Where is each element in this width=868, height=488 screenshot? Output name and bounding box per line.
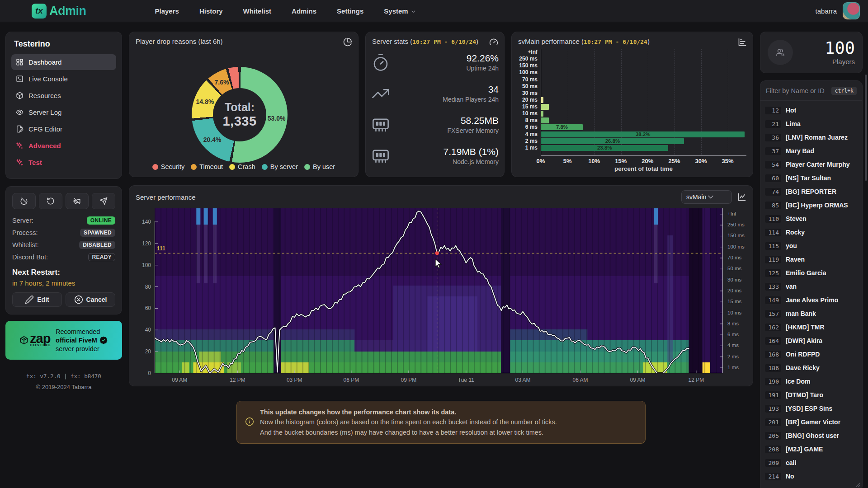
- time-axis-tick: 09 PM: [401, 377, 417, 383]
- avatar[interactable]: [843, 2, 860, 19]
- sidebar-item-test[interactable]: Test: [11, 155, 116, 170]
- zap-hosting-banner[interactable]: zap HOSTING Recommended official FiveM s…: [5, 321, 122, 360]
- stat-value: 58.25MB: [447, 115, 499, 126]
- dashboard-icon: [16, 58, 24, 66]
- player-row[interactable]: 205[BNG] Ghost user: [760, 429, 862, 442]
- page-scrollbar[interactable]: [865, 75, 867, 181]
- nav-item-players[interactable]: Players: [155, 7, 179, 15]
- sidebar-item-cfg-editor[interactable]: CFG Editor: [11, 121, 116, 137]
- nav-item-whitelist[interactable]: Whitelist: [243, 7, 272, 15]
- status-row: Discord Bot:READY: [12, 253, 115, 261]
- bucket-axis-tick: 15 ms: [727, 299, 741, 304]
- player-row[interactable]: 193[YSD] ESP Sins: [760, 402, 862, 415]
- performance-plot[interactable]: 0204060801001201401111 ms2 ms4 ms6 ms8 m…: [155, 208, 723, 373]
- copyright-label: © 2019-2024 Tabarra: [5, 382, 122, 392]
- edit-restart-button[interactable]: Edit: [12, 292, 62, 307]
- player-row[interactable]: 209cali: [760, 456, 862, 469]
- player-row[interactable]: 191[DTMD] Taro: [760, 388, 862, 402]
- player-row[interactable]: 110Steven: [760, 212, 862, 225]
- histogram-bar: [541, 111, 543, 117]
- gauge-icon: [489, 38, 498, 47]
- player-row[interactable]: 21Lima: [760, 117, 862, 131]
- player-row[interactable]: 149Jane Alves Primo: [760, 293, 862, 307]
- resize-handle-icon[interactable]: [855, 481, 860, 488]
- player-row[interactable]: 74[BG] REPORTER: [760, 185, 862, 198]
- player-name: Ice Dom: [786, 378, 810, 385]
- send-message-button[interactable]: [92, 193, 115, 209]
- thread-select[interactable]: svMain: [681, 190, 732, 204]
- stat-label: Uptime 24h: [466, 65, 499, 72]
- sidebar-item-live-console[interactable]: Live Console: [11, 71, 116, 87]
- txadmin-logo[interactable]: tx Admin: [32, 4, 86, 19]
- stats-title: Server stats (: [372, 38, 412, 45]
- bucket-axis-tick: 150 ms: [727, 233, 745, 238]
- line-chart-icon: [737, 192, 746, 202]
- player-name: [M2J] GAME: [786, 446, 823, 453]
- players-panel: 100 Players ctrl+k 12Hot21Lima36[LNV] Ro…: [760, 32, 863, 488]
- player-row[interactable]: 164[DWR] Akira: [760, 334, 862, 347]
- player-row[interactable]: 115you: [760, 239, 862, 253]
- player-row[interactable]: 168Oni RDFPD: [760, 347, 862, 361]
- player-row[interactable]: 125Emilio Garcia: [760, 266, 862, 280]
- username-label[interactable]: tabarra: [815, 7, 837, 15]
- player-row[interactable]: 214No: [760, 469, 862, 483]
- players-count-card: 100 Players: [760, 32, 863, 73]
- player-row[interactable]: 190Ice Dom: [760, 375, 862, 388]
- nav-item-settings[interactable]: Settings: [337, 7, 363, 15]
- legend-item: By server: [262, 163, 298, 170]
- player-row[interactable]: 162[HKMD] TMR: [760, 320, 862, 334]
- zap-line1: Recommended: [56, 328, 108, 336]
- player-id: 21: [765, 120, 781, 128]
- nav-item-admins[interactable]: Admins: [292, 7, 316, 15]
- badge-check-icon: [99, 336, 108, 345]
- player-filter-input[interactable]: [766, 87, 828, 94]
- player-row[interactable]: 12Hot: [760, 103, 862, 117]
- restart-server-button[interactable]: [39, 193, 62, 209]
- player-row[interactable]: 157man Bank: [760, 307, 862, 320]
- player-row[interactable]: 60[NS] Tar Sultan: [760, 171, 862, 185]
- bucket-axis-tick: 1 ms: [727, 365, 739, 370]
- sidebar-item-dashboard[interactable]: Dashboard: [11, 54, 116, 70]
- player-id: 119: [765, 256, 781, 263]
- player-row[interactable]: 133van: [760, 280, 862, 293]
- donut-legend: SecurityTimeoutCrashBy serverBy user: [129, 163, 358, 177]
- time-axis-tick: 06 AM: [572, 377, 588, 383]
- histogram-bar: 23.8%: [541, 145, 668, 151]
- nav-item-system[interactable]: System: [384, 7, 416, 15]
- stop-server-button[interactable]: [12, 193, 36, 209]
- sidebar-item-advanced[interactable]: Advanced: [11, 138, 116, 154]
- announce-button[interactable]: [66, 193, 89, 209]
- histogram-x-label: percent of total time: [512, 164, 753, 177]
- cancel-restart-button[interactable]: Cancel: [66, 292, 115, 307]
- player-id: 164: [765, 337, 781, 345]
- sidebar-item-resources[interactable]: Resources: [11, 88, 116, 103]
- bar-chart-icon: [738, 38, 747, 47]
- bucket-axis-tick: 6 ms: [727, 332, 739, 337]
- players-count: 100: [825, 40, 855, 56]
- player-row[interactable]: 201[BR] Gamer Victor: [760, 415, 862, 429]
- player-row[interactable]: 208[M2J] GAME: [760, 442, 862, 456]
- player-name: Dave Ricky: [786, 364, 820, 371]
- update-note-line2: Now the histogram (colors) are based on …: [260, 418, 557, 426]
- player-row[interactable]: 54Player Carter Murphy: [760, 158, 862, 171]
- y-axis-tick: 40: [133, 327, 151, 333]
- player-row[interactable]: 186Dave Ricky: [760, 361, 862, 375]
- histogram-bar: [541, 117, 549, 123]
- sidebar-item-server-log[interactable]: Server Log: [11, 104, 116, 120]
- status-row: Process:SPAWNED: [12, 229, 115, 237]
- sidebar: Testerino DashboardLive ConsoleResources…: [5, 32, 122, 392]
- player-name: Player Carter Murphy: [786, 161, 850, 168]
- histogram-bar: 26.8%: [541, 138, 684, 144]
- restart-icon: [47, 197, 55, 205]
- histogram-x-axis: 0%5%10%15%20%25%30%35%: [541, 155, 746, 164]
- player-row[interactable]: 85[BC] Hyperp ORMAS: [760, 198, 862, 212]
- nav-item-history[interactable]: History: [199, 7, 223, 15]
- player-row[interactable]: 36[LNV] Roman Juarez: [760, 131, 862, 144]
- server-status-card: Server:ONLINEProcess:SPAWNEDWhitelist:DI…: [5, 186, 122, 314]
- player-row[interactable]: 114Rocky: [760, 225, 862, 239]
- next-restart-value: in 7 hours, 2 minutes: [12, 279, 115, 287]
- player-id: 208: [765, 446, 781, 453]
- drop-reasons-donut[interactable]: Total: 1,335 53.0%20.4%14.8%7.6%: [192, 67, 288, 163]
- player-row[interactable]: 37Mary Bad: [760, 144, 862, 158]
- player-row[interactable]: 119Raven: [760, 253, 862, 266]
